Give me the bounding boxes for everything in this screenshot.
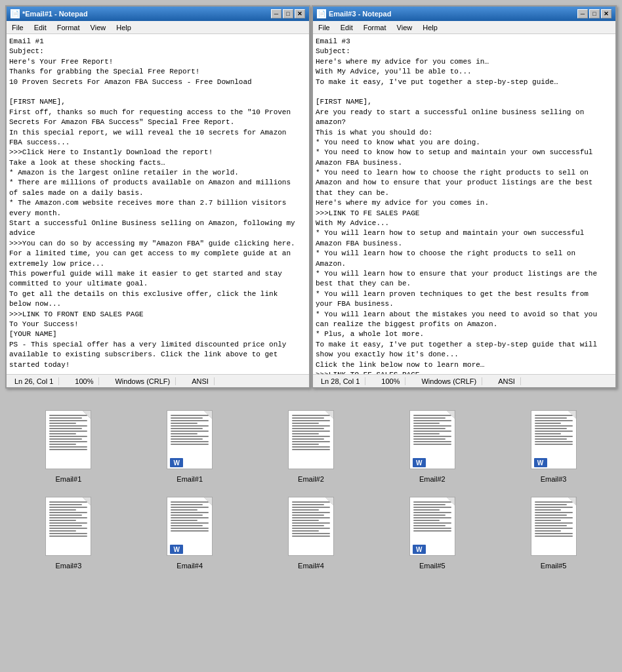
file-icon-wrapper: W xyxy=(406,494,459,559)
file-label: Email#5 xyxy=(419,562,446,570)
email1-zoom: 100% xyxy=(70,377,99,385)
file-icons-section: Email#1 W xyxy=(0,394,622,583)
email1-charset: ANSI xyxy=(186,377,215,385)
email1-file-menu[interactable]: File xyxy=(9,23,26,32)
email1-edit-menu[interactable]: Edit xyxy=(31,23,49,32)
word-badge-icon: W xyxy=(170,458,183,467)
notepad-windows-container: 📄 *Email#1 - Notepad ─ □ ✕ File Edit For… xyxy=(0,0,622,394)
email1-minimize-button[interactable]: ─ xyxy=(271,9,281,18)
email3-file-menu[interactable]: File xyxy=(316,23,333,32)
file-label: Email#4 xyxy=(298,562,324,570)
email1-window-title: *Email#1 - Notepad xyxy=(22,10,88,18)
email3-title-bar: 📄 Email#3 - Notepad ─ □ ✕ xyxy=(313,7,615,21)
file-icon-wrapper: W xyxy=(406,407,459,472)
file-label: Email#3 xyxy=(541,475,567,483)
email1-title-bar: 📄 *Email#1 - Notepad ─ □ ✕ xyxy=(7,7,309,21)
list-item[interactable]: Email#1 xyxy=(35,407,101,483)
email3-zoom: 100% xyxy=(376,377,405,385)
text-document-icon xyxy=(531,497,577,556)
word-document-icon: W xyxy=(167,410,213,469)
email1-maximize-button[interactable]: □ xyxy=(283,9,293,18)
email1-notepad-window: 📄 *Email#1 - Notepad ─ □ ✕ File Edit For… xyxy=(5,5,310,388)
file-label: Email#3 xyxy=(56,562,82,570)
email3-help-menu[interactable]: Help xyxy=(420,23,440,32)
list-item[interactable]: W Email#1 xyxy=(157,407,222,483)
file-icon-wrapper xyxy=(528,494,580,559)
file-icon-wrapper: W xyxy=(163,494,216,559)
list-item[interactable]: W Email#4 xyxy=(157,494,222,570)
list-item[interactable]: W Email#3 xyxy=(521,407,587,483)
notepad-icon2: 📄 xyxy=(317,9,326,18)
text-document-icon xyxy=(45,497,91,556)
text-document-icon xyxy=(288,410,334,469)
file-label: Email#1 xyxy=(56,475,82,483)
list-item[interactable]: Email#4 xyxy=(278,494,344,570)
list-item[interactable]: Email#2 xyxy=(278,407,344,483)
email3-charset: ANSI xyxy=(493,377,521,385)
file-label: Email#4 xyxy=(176,562,203,570)
file-label: Email#2 xyxy=(419,475,446,483)
file-icon-wrapper: W xyxy=(163,407,216,472)
list-item[interactable]: W Email#5 xyxy=(400,494,465,570)
word-badge-icon: W xyxy=(413,458,426,467)
email1-status-bar: Ln 26, Col 1 100% Windows (CRLF) ANSI xyxy=(7,374,309,387)
file-icon-wrapper xyxy=(42,407,94,472)
list-item[interactable]: Email#5 xyxy=(521,494,587,570)
email3-minimize-button[interactable]: ─ xyxy=(577,9,588,18)
email3-window-controls: ─ □ ✕ xyxy=(577,9,612,18)
email3-edit-menu[interactable]: Edit xyxy=(338,23,356,32)
word-badge-icon: W xyxy=(413,545,426,554)
file-icon-wrapper: W xyxy=(528,407,580,472)
desktop: 📄 *Email#1 - Notepad ─ □ ✕ File Edit For… xyxy=(0,0,622,672)
list-item[interactable]: W Email#2 xyxy=(400,407,465,483)
email3-close-button[interactable]: ✕ xyxy=(601,9,612,18)
word-badge-icon: W xyxy=(170,545,183,554)
file-label: Email#2 xyxy=(298,475,324,483)
word-document-icon: W xyxy=(409,410,455,469)
email1-format-menu[interactable]: Format xyxy=(54,23,83,32)
file-icon-wrapper xyxy=(285,407,337,472)
email1-cursor-position: Ln 26, Col 1 xyxy=(9,377,59,385)
file-label: Email#5 xyxy=(541,562,567,570)
text-document-icon xyxy=(288,497,334,556)
list-item[interactable]: Email#3 xyxy=(35,494,101,570)
email3-window-title: Email#3 - Notepad xyxy=(329,10,391,18)
email1-help-menu[interactable]: Help xyxy=(114,23,134,32)
email3-format-menu[interactable]: Format xyxy=(361,23,389,32)
file-icon-wrapper xyxy=(42,494,94,559)
email3-status-bar: Ln 28, Col 1 100% Windows (CRLF) ANSI xyxy=(313,374,615,387)
email3-cursor-position: Ln 28, Col 1 xyxy=(316,377,365,385)
file-label: Email#1 xyxy=(176,475,203,483)
email3-notepad-window: 📄 Email#3 - Notepad ─ □ ✕ File Edit Form… xyxy=(312,5,617,388)
email1-line-ending: Windows (CRLF) xyxy=(110,377,176,385)
word-badge-icon: W xyxy=(534,458,547,467)
email1-close-button[interactable]: ✕ xyxy=(295,9,305,18)
email3-content[interactable]: Email #3 Subject: Here's where my advice… xyxy=(313,34,615,374)
email3-maximize-button[interactable]: □ xyxy=(589,9,600,18)
file-icon-wrapper xyxy=(285,494,337,559)
word-document-icon: W xyxy=(167,497,213,556)
email3-menu-bar: File Edit Format View Help xyxy=(313,21,615,34)
email1-menu-bar: File Edit Format View Help xyxy=(7,21,309,34)
notepad-icon: 📄 xyxy=(10,9,20,18)
email1-content[interactable]: Email #1 Subject: Here's Your Free Repor… xyxy=(7,34,309,374)
email1-window-controls: ─ □ ✕ xyxy=(271,9,305,18)
word-document-icon: W xyxy=(409,497,455,556)
email3-view-menu[interactable]: View xyxy=(394,23,415,32)
word-document-icon: W xyxy=(531,410,577,469)
text-document-icon xyxy=(45,410,91,469)
email3-line-ending: Windows (CRLF) xyxy=(416,377,482,385)
email1-view-menu[interactable]: View xyxy=(88,23,109,32)
